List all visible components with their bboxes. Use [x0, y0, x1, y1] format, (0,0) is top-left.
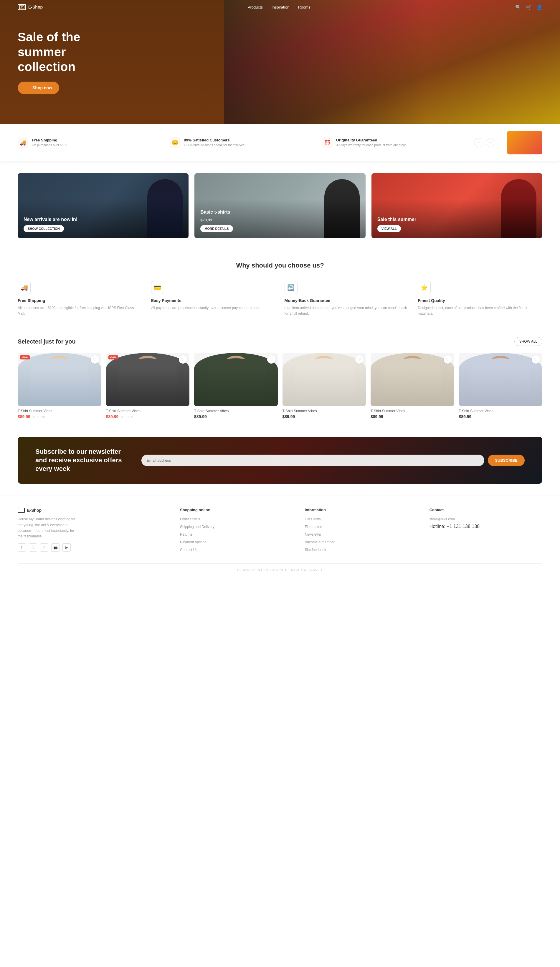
product-image: ♡: [194, 353, 278, 406]
footer-contact-email[interactable]: store@uikit.com: [430, 517, 455, 521]
why-section: Why should you choose us? 🚚 Free Shippin…: [0, 250, 560, 328]
twitter-icon[interactable]: t: [29, 543, 37, 551]
linkedin-icon[interactable]: in: [40, 543, 48, 551]
footer-link-order-status[interactable]: Order Status: [180, 517, 200, 521]
regular-price: $89.99: [371, 414, 383, 419]
product-card[interactable]: -30% ♡ T-Shirt Summer Vibes $89.99 $119.…: [106, 353, 190, 419]
why-quality-title: Finest Quality: [418, 298, 542, 303]
category-3-button[interactable]: VIEW ALL: [377, 225, 401, 232]
person-body: [207, 358, 265, 406]
why-moneyback-title: Money-Back Guarantee: [285, 298, 409, 303]
footer-information: Information Gift Cards Find a store News…: [305, 508, 417, 554]
product-price: $89.99 $119.99: [18, 414, 101, 419]
category-1-overlay: New arrivals are now in! SHOW COLLECTION: [18, 173, 189, 238]
instagram-icon[interactable]: 📷: [51, 543, 59, 551]
category-2-overlay: Basic t-shirts $29,99 MORE DETAILS: [194, 173, 365, 238]
discount-badge: -30%: [20, 355, 30, 360]
wishlist-button[interactable]: ♡: [444, 355, 452, 363]
product-card[interactable]: ♡ T-Shirt Summer Vibes $89.99: [194, 353, 278, 419]
why-moneyback-icon: ↩️: [285, 281, 298, 294]
cart-icon[interactable]: 🛒: [526, 5, 532, 10]
why-payments-desc: All payments are processed instantly ove…: [151, 305, 276, 311]
hero-overlay: [224, 0, 560, 124]
person-body: [119, 358, 177, 406]
regular-price: $89.99: [459, 414, 472, 419]
youtube-icon[interactable]: ▶: [63, 543, 71, 551]
footer: E-Shop House My Brand designs clothing f…: [0, 495, 560, 578]
selected-header: Selected just for you SHOW ALL: [18, 337, 542, 346]
feature-customers-title: 99% Satisfied Customers: [184, 138, 244, 142]
why-finest-quality: ⭐ Finest Quality Designed to last, each …: [418, 281, 542, 317]
product-card[interactable]: ♡ T-Shirt Summer Vibes $89.99: [371, 353, 454, 419]
product-card[interactable]: -30% ♡ T-Shirt Summer Vibes $89.99 $119.…: [18, 353, 101, 419]
why-shipping-desc: All purchases over $199 are eligible for…: [18, 305, 142, 317]
footer-link-returns[interactable]: Returns: [180, 532, 193, 536]
footer-link-membership[interactable]: Bacome a member: [305, 540, 334, 544]
newsletter-title: Subscribe to our newsletter and receive …: [35, 447, 124, 473]
product-card[interactable]: ♡ T-Shirt Summer Vibes $89.99: [283, 353, 366, 419]
footer-shopping-links: Order Status Shipping and Delivery Retur…: [180, 516, 293, 552]
category-3-title: Sale this summer: [377, 217, 537, 222]
features-prev-button[interactable]: ←: [474, 138, 483, 147]
category-basic-tshirts[interactable]: Basic t-shirts $29,99 MORE DETAILS: [194, 173, 365, 238]
footer-link-feedback[interactable]: Site feedback: [305, 548, 326, 552]
user-icon[interactable]: 👤: [537, 5, 542, 10]
features-next-button[interactable]: →: [486, 138, 495, 147]
footer-link-payment[interactable]: Payment options: [180, 540, 206, 544]
footer-link-find-store[interactable]: Find a store: [305, 525, 323, 529]
facebook-icon[interactable]: f: [18, 543, 26, 551]
search-icon[interactable]: 🔍: [515, 5, 521, 10]
product-name: T-Shirt Summer Vibes: [283, 409, 366, 413]
why-payments-title: Easy Payments: [151, 298, 276, 303]
newsletter-subscribe-button[interactable]: SUBSCRIBE: [488, 455, 525, 466]
navbar-actions: 🔍 🛒 👤: [515, 5, 542, 10]
product-img-bg: [194, 353, 278, 406]
footer-link-contact[interactable]: Contact Us: [180, 548, 198, 552]
hero-image: [224, 0, 560, 124]
show-all-button[interactable]: SHOW ALL: [514, 337, 542, 346]
customers-icon: 😊: [170, 137, 180, 148]
nav-inspiration[interactable]: Inspiration: [272, 5, 289, 10]
hero-cta-button[interactable]: → Shop now: [18, 82, 59, 94]
original-price: $119.99: [33, 415, 45, 419]
newsletter-form: SUBSCRIBE: [142, 455, 525, 466]
category-new-arrivals[interactable]: New arrivals are now in! SHOW COLLECTION: [18, 173, 189, 238]
product-name: T-Shirt Summer Vibes: [371, 409, 454, 413]
hero-section: Sale of the summer collection → Shop now: [0, 0, 560, 124]
category-2-button[interactable]: MORE DETAILS: [200, 225, 233, 232]
person-body: [30, 358, 89, 406]
shipping-icon: 🚚: [18, 137, 28, 148]
product-price: $89.99: [283, 414, 366, 419]
footer-shopping: Shopping online Order Status Shipping an…: [180, 508, 293, 554]
category-1-button[interactable]: SHOW COLLECTION: [23, 225, 64, 232]
footer-description: House My Brand designs clothing for the …: [18, 517, 77, 539]
feature-shipping-desc: On purchases over $199: [32, 143, 67, 147]
product-img-bg: [283, 353, 366, 406]
feature-originality-desc: 30 days warranty for each product from o…: [336, 143, 406, 147]
product-card[interactable]: ♡ T-Shirt Summer Vibes $89.99: [459, 353, 543, 419]
footer-link-shipping[interactable]: Shipping and Delivery: [180, 525, 214, 529]
why-free-shipping: 🚚 Free Shipping All purchases over $199 …: [18, 281, 142, 317]
person-body: [471, 358, 530, 406]
nav-rooms[interactable]: Rooms: [298, 5, 310, 10]
footer-link-gift-cards[interactable]: Gift Cards: [305, 517, 321, 521]
sale-price: $89.99: [106, 414, 119, 419]
feature-originality: ⏰ Originality Guaranteed 30 days warrant…: [322, 137, 462, 148]
footer-link-newsletter[interactable]: Newsletter: [305, 532, 321, 536]
product-name: T-Shirt Summer Vibes: [459, 409, 543, 413]
nav-products[interactable]: Products: [248, 5, 263, 10]
category-3-overlay: Sale this summer VIEW ALL: [371, 173, 542, 238]
why-money-back: ↩️ Money-Back Guarantee If an item arriv…: [285, 281, 409, 317]
footer-brand-name: E-Shop: [27, 508, 41, 513]
wishlist-button[interactable]: ♡: [91, 355, 99, 363]
wishlist-button[interactable]: ♡: [267, 355, 275, 363]
why-payments-icon: 💳: [151, 281, 164, 294]
footer-shopping-title: Shopping online: [180, 508, 293, 512]
newsletter-email-input[interactable]: [142, 455, 484, 466]
footer-contact-phone: Hotline: +1 131 138 138: [430, 524, 479, 529]
category-sale-summer[interactable]: Sale this summer VIEW ALL: [371, 173, 542, 238]
logo[interactable]: E-Shop: [18, 4, 43, 10]
original-price: $119.99: [121, 415, 133, 419]
product-name: T-Shirt Summer Vibes: [18, 409, 101, 413]
product-price: $89.99: [371, 414, 454, 419]
